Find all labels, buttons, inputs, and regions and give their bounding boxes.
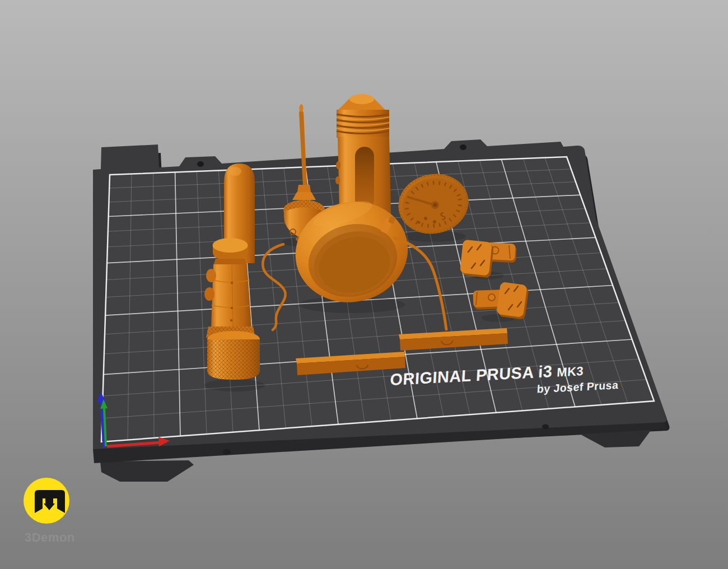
gauge-dot bbox=[418, 221, 421, 224]
tower-slot bbox=[355, 147, 374, 209]
bracket-boss bbox=[488, 294, 495, 301]
flashlight-top-face bbox=[213, 238, 248, 253]
flashlight-pip bbox=[231, 282, 233, 284]
bracket-plate[interactable] bbox=[460, 239, 492, 276]
bed-screw-hole bbox=[542, 425, 549, 430]
tower-nub bbox=[335, 176, 340, 184]
bed-screw-hole bbox=[223, 449, 231, 455]
gauge-dot bbox=[433, 220, 436, 223]
flashlight-side-bump bbox=[206, 269, 216, 282]
bed-hole bbox=[460, 144, 466, 150]
bracket-plate[interactable] bbox=[496, 282, 528, 318]
flashlight-side-bump bbox=[204, 287, 214, 301]
flashlight-pip bbox=[230, 319, 232, 321]
oilcan-needle-tip bbox=[300, 104, 304, 112]
flashlight-base-knurl bbox=[207, 339, 260, 380]
scene-3d[interactable]: ORIGINAL PRUSA i3MK3 by Josef Prusa bbox=[0, 0, 728, 569]
capsule-highlight bbox=[229, 167, 241, 176]
gauge-pivot-center bbox=[433, 203, 437, 207]
watermark-label: 3Demon bbox=[25, 530, 75, 544]
flashlight-pip bbox=[231, 307, 233, 309]
tower-cap-top bbox=[349, 94, 374, 104]
slicer-viewport[interactable]: ORIGINAL PRUSA i3MK3 by Josef Prusa bbox=[0, 0, 728, 569]
bed-hole bbox=[197, 161, 204, 167]
flashlight-hex-body[interactable] bbox=[211, 264, 251, 328]
gauge-dot bbox=[424, 217, 427, 220]
tower-nub bbox=[336, 161, 340, 169]
